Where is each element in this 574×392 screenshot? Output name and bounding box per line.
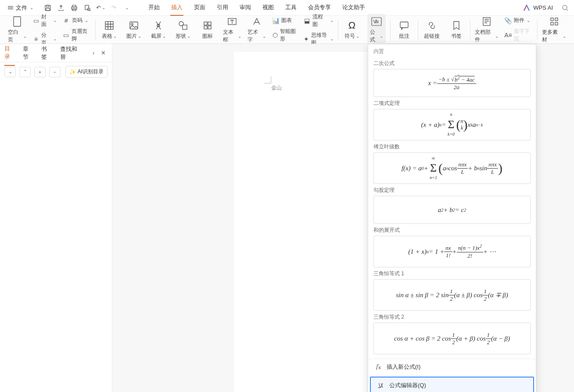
formula-button[interactable]: √x公式⌄ xyxy=(367,14,386,45)
formula-preset-quadratic[interactable]: x = −b ± √b2 − 4ac2a xyxy=(373,69,531,97)
lp-collapse-up-button[interactable]: ⌃ xyxy=(19,67,31,77)
export-icon[interactable] xyxy=(57,4,65,12)
lp-tab-toc[interactable]: 目录 xyxy=(4,40,15,66)
smartart-button[interactable]: ⬡智能图形 xyxy=(272,27,298,43)
smartart-icon: ⬡ xyxy=(272,32,278,39)
lp-expand-down-button[interactable]: ⌄ xyxy=(4,67,16,77)
lp-tab-bookmark[interactable]: 书签 xyxy=(41,41,52,65)
hyperlink-button[interactable]: 超链接 xyxy=(423,20,441,40)
save-icon[interactable] xyxy=(44,4,52,12)
formula-title: 二项式定理 xyxy=(373,100,531,107)
lp-tab-findrepl[interactable]: 查找和替 xyxy=(60,41,81,65)
shapes-button[interactable]: 形状⌄ xyxy=(174,20,192,40)
lp-tab-chapter[interactable]: 章节 xyxy=(23,41,33,65)
header-footer-icon: ▭ xyxy=(63,32,69,39)
wps-ai-label: WPS AI xyxy=(533,4,553,11)
formula-title: 三角恒等式 2 xyxy=(373,313,531,321)
more-materials-button[interactable]: 更多素材⌄ xyxy=(542,16,566,43)
flowchart-button[interactable]: ⬓流程图⌄ xyxy=(304,12,334,29)
formula-editor-icon xyxy=(377,381,385,389)
textbox-button[interactable]: 文本框⌄ xyxy=(223,16,241,43)
picture-button[interactable]: 图片⌄ xyxy=(125,20,143,40)
formula-preset-trig1[interactable]: sin α ± sin β = 2 sin12(α ± β) cos12(α ∓… xyxy=(373,279,531,311)
attachment-button[interactable]: 📎附件⌄ xyxy=(505,16,533,25)
symbol-button[interactable]: Ω符号⌄ xyxy=(343,20,361,40)
file-menu-label: 文件 xyxy=(16,4,27,12)
page-header-text: 金山 xyxy=(271,84,282,92)
docparts-button[interactable]: 文档部件⌄ xyxy=(475,16,499,43)
undo-icon[interactable]: ↶⌄ xyxy=(97,4,104,12)
formula-preset-trig2[interactable]: cos α + cos β = 2 cos12(α + β) cos12(α −… xyxy=(373,323,531,354)
lp-tabs-next-icon[interactable]: › xyxy=(89,49,98,58)
svg-rect-26 xyxy=(555,18,558,21)
symbol-icon: Ω xyxy=(346,20,358,31)
tab-start[interactable]: 开始 xyxy=(147,0,161,16)
tab-view[interactable]: 视图 xyxy=(262,0,275,16)
wps-ai-button[interactable]: WPS AI xyxy=(523,4,553,12)
pagebreak-icon: ≡ xyxy=(33,36,39,43)
bookmark-icon xyxy=(451,20,462,31)
chart-button[interactable]: 📊图表 xyxy=(272,16,298,25)
flowchart-icon: ⬓ xyxy=(304,17,310,24)
svg-rect-16 xyxy=(204,22,207,25)
tab-page[interactable]: 页面 xyxy=(193,0,206,16)
tab-thesis[interactable]: 论文助手 xyxy=(341,0,366,16)
lp-add-button[interactable]: + xyxy=(34,67,46,77)
wps-ai-icon xyxy=(523,4,531,12)
blank-page-icon xyxy=(11,16,23,27)
svg-rect-18 xyxy=(204,26,207,29)
svg-rect-24 xyxy=(483,18,490,25)
dropcap-icon: A≡ xyxy=(505,32,512,39)
formula-preset-sum-expansion[interactable]: (1 + x)n = 1 + nx1! + n(n − 1)x22! + ⋯ xyxy=(373,236,531,267)
blank-page-button[interactable]: 空白页⌄ xyxy=(8,16,27,43)
ai-toc-button[interactable]: ✨ AI识别目录 xyxy=(65,66,108,78)
ribbon-insert: 空白页⌄ ▭封面⌄ ≡分页⌄ #页码⌄ ▭页眉页脚 表格⌄ 图片⌄ 截屏⌄ 形状… xyxy=(0,16,574,44)
print-icon[interactable] xyxy=(70,4,78,12)
formula-preset-fourier[interactable]: f(x) = a0 + ∞Σn=1 (an cosnπxL + bn sinnπ… xyxy=(373,152,531,184)
tab-reference[interactable]: 引用 xyxy=(216,0,229,16)
tab-review[interactable]: 审阅 xyxy=(239,0,252,16)
svg-rect-25 xyxy=(551,18,553,21)
ai-sparkle-icon: ✨ xyxy=(69,69,76,75)
wordart-button[interactable]: 艺术字⌄ xyxy=(248,16,266,43)
svg-rect-6 xyxy=(85,5,89,10)
chart-icon: 📊 xyxy=(272,17,279,24)
formula-title: 三角恒等式 1 xyxy=(373,270,531,277)
formula-list-scroll[interactable]: 二次公式 x = −b ± √b2 − 4ac2a 二项式定理 (x + a)n… xyxy=(368,57,536,359)
pagenum-icon: # xyxy=(63,17,70,24)
icons-button[interactable]: 图标 xyxy=(198,20,217,40)
tab-insert[interactable]: 插入 xyxy=(170,0,183,16)
formula-title: 和的展开式 xyxy=(373,227,531,234)
dropcap-button[interactable]: A≡首字下沉 xyxy=(505,27,533,43)
svg-rect-11 xyxy=(130,22,138,29)
formula-preset-binomial[interactable]: (x + a)n = nΣk=0 (nk) xkan−k xyxy=(373,109,531,140)
file-menu[interactable]: 文件 ⌄ xyxy=(5,2,36,14)
svg-rect-27 xyxy=(551,22,553,25)
redo-icon[interactable]: ↷ xyxy=(110,4,118,12)
formula-editor-option[interactable]: 公式编辑器(Q) xyxy=(370,377,534,392)
tab-tools[interactable]: 工具 xyxy=(284,0,298,16)
shapes-icon xyxy=(177,20,189,31)
formula-preset-pythagorean[interactable]: a2 + b2 = c2 xyxy=(373,196,531,224)
svg-rect-28 xyxy=(555,22,558,25)
lp-close-icon[interactable]: ✕ xyxy=(99,49,108,58)
svg-rect-23 xyxy=(400,22,408,28)
lp-remove-button[interactable]: − xyxy=(49,67,61,77)
chevron-down-icon: ⌄ xyxy=(30,5,33,10)
insert-new-formula-option[interactable]: 插入新公式(I) xyxy=(368,359,536,375)
screenshot-button[interactable]: 截屏⌄ xyxy=(149,20,168,40)
print-preview-icon[interactable] xyxy=(83,4,91,12)
svg-text:√x: √x xyxy=(374,19,379,24)
title-bar: 文件 ⌄ ↶⌄ ↷ ⌄ 开始 插入 页面 引用 审阅 视图 工具 会员专享 论文… xyxy=(0,0,574,16)
cover-button[interactable]: ▭封面⌄ xyxy=(33,12,57,29)
svg-rect-9 xyxy=(14,17,21,26)
docparts-icon xyxy=(481,16,492,27)
svg-rect-2 xyxy=(46,8,50,11)
formula-title: 二次公式 xyxy=(373,60,531,67)
table-button[interactable]: 表格⌄ xyxy=(100,20,118,40)
bookmark-button[interactable]: 书签 xyxy=(447,20,466,40)
qa-chevron-icon[interactable]: ⌄ xyxy=(123,4,131,12)
search-icon[interactable] xyxy=(562,4,569,11)
comment-button[interactable]: 批注 xyxy=(395,20,413,40)
pagenum-button[interactable]: #页码⌄ xyxy=(63,16,91,25)
